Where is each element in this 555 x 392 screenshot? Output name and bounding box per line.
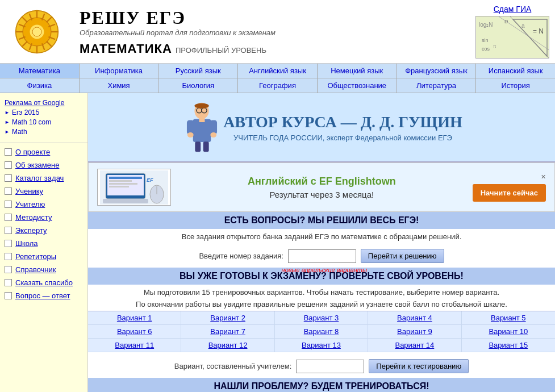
variant-link-3[interactable]: Вариант 3 — [304, 314, 339, 322]
section1-desc: Все задания открытого банка заданий ЕГЭ … — [88, 229, 555, 244]
svg-rect-49 — [109, 180, 132, 182]
variant-cell-2: Вариант 2 — [181, 311, 274, 325]
variant-link-10[interactable]: Вариант 10 — [489, 327, 528, 336]
checkbox-metodistu[interactable] — [5, 214, 12, 221]
checkbox-katalog[interactable] — [5, 174, 12, 182]
sidebar-item-ekspertu[interactable]: Эксперту — [0, 224, 87, 237]
svg-point-41 — [187, 132, 194, 137]
ad-banner-button[interactable]: Начните сейчас — [473, 184, 546, 202]
svg-text:= N: = N — [533, 27, 544, 35]
nav-obshestvoznanie[interactable]: Обществознание — [318, 78, 397, 93]
variant-link-2[interactable]: Вариант 2 — [210, 314, 245, 322]
variant-link-6[interactable]: Вариант 6 — [117, 327, 152, 336]
nav-istoriya[interactable]: История — [476, 78, 555, 93]
sidebar-ad-math[interactable]: Math — [5, 128, 83, 136]
checkbox-uchitelyu[interactable] — [5, 201, 12, 208]
nav-geografiya[interactable]: География — [238, 78, 318, 93]
go-to-testing-button[interactable]: Перейти к тестированию — [369, 359, 469, 373]
sidebar-item-repetitory[interactable]: Репетиторы — [0, 250, 87, 263]
nav-literatura[interactable]: Литература — [397, 78, 477, 93]
nav-ispanskiy[interactable]: Испанский язык — [476, 64, 555, 78]
variant-link-5[interactable]: Вариант 5 — [491, 314, 526, 322]
nav-informatika[interactable]: Информатика — [80, 64, 159, 78]
sidebar-item-uchitelyu[interactable]: Учителю — [0, 198, 87, 211]
ads-label[interactable]: Реклама от Google — [5, 99, 83, 107]
svg-text:EF: EF — [147, 177, 153, 183]
checkbox-o-proekte[interactable] — [5, 148, 12, 156]
nav-biologiya[interactable]: Биология — [158, 78, 238, 93]
sidebar-item-ucheniku[interactable]: Ученику — [0, 185, 87, 198]
teacher-variant-row: Вариант, составленный учителем: Перейти … — [88, 355, 555, 378]
variant-cell-15: Вариант 15 — [462, 339, 555, 352]
sidebar-item-o-proekte[interactable]: О проекте — [0, 145, 87, 159]
sidebar-item-spravochnik[interactable]: Справочник — [0, 263, 87, 276]
site-title: РЕШУ ЕГЭ — [80, 7, 464, 28]
logo — [6, 9, 68, 55]
nav-russkiy[interactable]: Русский язык — [158, 64, 238, 78]
svg-text:π: π — [493, 44, 496, 49]
checkbox-ucheniku[interactable] — [5, 187, 12, 195]
svg-rect-50 — [109, 183, 137, 185]
svg-point-42 — [210, 132, 216, 137]
sidebar-item-metodistu[interactable]: Методисту — [0, 211, 87, 224]
section1-input-row: Введите номер задания: Перейти к решению — [88, 244, 555, 268]
checkbox-ekspertu[interactable] — [5, 227, 12, 234]
ad-banner-actions: ✕ Начните сейчас — [473, 173, 546, 202]
checkbox-shkola[interactable] — [5, 240, 12, 247]
sidebar-item-ob-ekzamene[interactable]: Об экзамене — [0, 159, 87, 172]
ad-close-icon[interactable]: ✕ — [541, 173, 546, 181]
sidebar-ad-math10[interactable]: Math 10 com — [5, 118, 83, 126]
variant-link-4[interactable]: Вариант 4 — [397, 314, 432, 322]
nav-francuzskiy[interactable]: Французский язык — [397, 64, 477, 78]
checkbox-vopros[interactable] — [5, 292, 12, 299]
svg-point-19 — [32, 27, 41, 36]
section1-header: ЕСТЬ ВОПРОСЫ? МЫ РЕШИЛИ ВЕСЬ ЕГЭ! — [88, 212, 555, 229]
sidebar-ad-ege2015[interactable]: Егэ 2015 — [5, 109, 83, 116]
nav-fizika[interactable]: Физика — [0, 78, 80, 93]
ad-banner: EF Английский с EF Englishtown Результат… — [88, 162, 555, 212]
gia-link[interactable]: Сдам ГИА — [494, 5, 532, 14]
variant-cell-6: Вариант 6 — [88, 325, 181, 339]
nav-angliyskiy[interactable]: Английский язык — [238, 64, 318, 78]
svg-point-36 — [195, 103, 209, 109]
nav-matematika[interactable]: Математика — [0, 64, 80, 78]
checkbox-spravochnik[interactable] — [5, 266, 12, 273]
main-layout: Реклама от Google Егэ 2015 Math 10 com M… — [0, 93, 555, 392]
sidebar-item-spasibo[interactable]: Сказать спасибо — [0, 276, 87, 289]
variant-cell-3: Вариант 3 — [275, 311, 368, 325]
variant-link-13[interactable]: Вариант 13 — [302, 341, 341, 349]
nav-nemetskiy[interactable]: Немецкий язык — [318, 64, 397, 78]
sidebar-item-vopros[interactable]: Вопрос — ответ — [0, 289, 87, 302]
sidebar-item-shkola[interactable]: Школа — [0, 237, 87, 250]
variants-desc1: Мы подготовили 15 тренировочных варианто… — [88, 285, 555, 299]
svg-rect-48 — [109, 177, 142, 179]
sidebar-divider — [0, 143, 87, 143]
nav-row-2: Физика Химия Биология География Общество… — [0, 78, 555, 93]
nav-row-1: Математика Информатика Русский язык Англ… — [0, 64, 555, 78]
content: АВТОР КУРСА — Д. Д. ГУЩИН УЧИТЕЛЬ ГОДА Р… — [88, 93, 555, 392]
banner-text: АВТОР КУРСА — Д. Д. ГУЩИН УЧИТЕЛЬ ГОДА Р… — [223, 113, 462, 142]
svg-rect-37 — [193, 119, 211, 143]
checkbox-spasibo[interactable] — [5, 279, 12, 286]
sidebar-item-katalog[interactable]: Каталог задач — [0, 172, 87, 185]
checkbox-ob-ekzamene[interactable] — [5, 161, 12, 169]
svg-rect-38 — [199, 117, 205, 122]
teacher-variant-input[interactable] — [296, 360, 364, 373]
go-to-solution-button[interactable]: Перейти к решению — [361, 249, 444, 263]
variant-link-7[interactable]: Вариант 7 — [210, 327, 245, 336]
variant-link-8[interactable]: Вариант 8 — [304, 327, 339, 336]
sidebar-ads: Реклама от Google Егэ 2015 Math 10 com M… — [0, 96, 87, 140]
checkbox-repetitory[interactable] — [5, 253, 12, 260]
variant-link-1[interactable]: Вариант 1 — [117, 314, 152, 322]
variant-link-11[interactable]: Вариант 11 — [115, 341, 154, 349]
variant-link-9[interactable]: Вариант 9 — [397, 327, 432, 336]
teacher-figure — [181, 102, 223, 153]
variant-link-15[interactable]: Вариант 15 — [489, 341, 528, 349]
variant-link-14[interactable]: Вариант 14 — [395, 341, 434, 349]
task-number-input[interactable] — [288, 249, 356, 263]
svg-rect-39 — [187, 120, 194, 134]
variant-link-12[interactable]: Вариант 12 — [208, 341, 248, 349]
nav-himiya[interactable]: Химия — [80, 78, 159, 93]
ad-banner-sub: Результат через 3 месяца! — [177, 190, 467, 199]
subject-title: МАТЕМАТИКА — [80, 41, 172, 56]
